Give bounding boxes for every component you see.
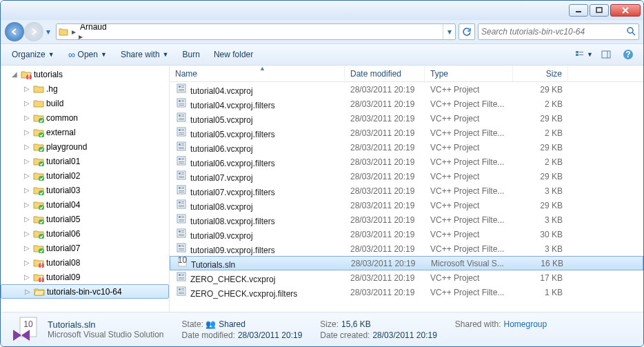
homegroup-link[interactable]: Homegroup — [504, 319, 547, 329]
tree-toggle-icon[interactable]: ▷ — [24, 259, 32, 266]
tree-toggle-icon[interactable]: ▷ — [24, 143, 32, 150]
chevron-right-icon[interactable]: ▸ — [77, 32, 84, 40]
tree-item[interactable]: ▷!tutorial09 — [1, 270, 169, 284]
forward-button[interactable] — [24, 22, 43, 41]
search-input[interactable] — [481, 27, 626, 37]
folder-icon — [32, 113, 45, 123]
search-icon[interactable] — [626, 26, 636, 38]
file-rows[interactable]: tutorial04.vcxproj28/03/2011 20:19VC++ P… — [170, 82, 643, 312]
tree-toggle-icon[interactable]: ▷ — [24, 186, 32, 194]
chevron-right-icon[interactable]: ▸ — [70, 27, 77, 37]
share-with-button[interactable]: Share with▼ — [115, 47, 174, 62]
tree-toggle-icon[interactable]: ▷ — [24, 85, 32, 92]
tree-item[interactable]: ◢!tutorials — [1, 67, 169, 81]
tree-item[interactable]: ▷tutorial05 — [1, 212, 169, 226]
tree-toggle-icon[interactable]: ▷ — [24, 230, 32, 237]
file-row[interactable]: tutorial06.vcxproj.filters28/03/2011 20:… — [170, 155, 643, 169]
file-row[interactable]: tutorial09.vcxproj28/03/2011 20:19VC++ P… — [170, 227, 643, 241]
file-row[interactable]: ZERO_CHECK.vcxproj28/03/2011 20:19VC++ P… — [170, 270, 643, 285]
maximize-button[interactable] — [590, 4, 609, 17]
svg-rect-30 — [177, 84, 185, 92]
svg-rect-52 — [179, 132, 184, 133]
back-button[interactable] — [5, 22, 24, 41]
file-row[interactable]: tutorial08.vcxproj28/03/2011 20:19VC++ P… — [170, 198, 643, 212]
breadcrumb[interactable]: ▸ Local Disk (C:)▸Users▸Arnaud▸Projects▸… — [56, 23, 456, 40]
file-date: 28/03/2011 20:19 — [345, 157, 425, 167]
tree-toggle-icon[interactable]: ◢ — [12, 70, 20, 78]
svg-rect-88 — [179, 219, 184, 220]
tree-item[interactable]: ▷tutorial01 — [1, 154, 169, 168]
history-dropdown[interactable]: ▾ — [43, 22, 53, 41]
tree-item[interactable]: ▷tutorial02 — [1, 168, 169, 183]
tree-item[interactable]: ▷external — [1, 125, 169, 139]
tree-label: tutorial03 — [45, 186, 80, 195]
file-row[interactable]: tutorial05.vcxproj28/03/2011 20:19VC++ P… — [170, 111, 643, 126]
svg-rect-50 — [181, 129, 184, 130]
tree-item[interactable]: ▷common — [1, 110, 169, 125]
tree-item[interactable]: ▷tutorial04 — [1, 197, 169, 212]
folder-icon — [32, 200, 45, 210]
file-row[interactable]: tutorial07.vcxproj28/03/2011 20:19VC++ P… — [170, 169, 643, 184]
file-row[interactable]: tutorial04.vcxproj28/03/2011 20:19VC++ P… — [170, 82, 643, 97]
open-button[interactable]: ∞Open▼ — [63, 46, 112, 63]
breadcrumb-segment[interactable]: Arnaud — [77, 23, 158, 32]
svg-rect-38 — [181, 100, 184, 101]
tree-toggle-icon[interactable]: ▷ — [25, 288, 33, 295]
column-type[interactable]: Type — [425, 66, 513, 81]
svg-text:10: 10 — [178, 257, 188, 265]
new-folder-button[interactable]: New folder — [208, 47, 259, 62]
file-row[interactable]: tutorial06.vcxproj28/03/2011 20:19VC++ P… — [170, 140, 643, 155]
tree-toggle-icon[interactable]: ▷ — [24, 114, 32, 121]
tree-toggle-icon[interactable]: ▷ — [24, 157, 32, 165]
tree-toggle-icon[interactable]: ▷ — [24, 201, 32, 208]
svg-rect-64 — [179, 161, 184, 162]
file-row[interactable]: tutorial08.vcxproj.filters28/03/2011 20:… — [170, 212, 643, 227]
view-options-button[interactable]: ▼ — [574, 47, 594, 62]
file-size: 3 KB — [513, 215, 568, 225]
svg-rect-109 — [179, 279, 184, 279]
search-box[interactable] — [478, 23, 639, 40]
file-row[interactable]: tutorial09.vcxproj.filters28/03/2011 20:… — [170, 241, 643, 256]
tree-item[interactable]: ▷tutorial03 — [1, 183, 169, 197]
tree-toggle-icon[interactable]: ▷ — [24, 215, 32, 223]
svg-rect-74 — [181, 187, 184, 188]
file-type: VC++ Project — [425, 273, 513, 283]
tree-toggle-icon[interactable]: ▷ — [24, 172, 32, 179]
organize-button[interactable]: Organize▼ — [6, 47, 60, 62]
file-row[interactable]: ZERO_CHECK.vcxproj.filters28/03/2011 20:… — [170, 285, 643, 299]
tree-item[interactable]: ▷tutorials-bin-vc10-64 — [1, 284, 169, 299]
file-row[interactable]: tutorial05.vcxproj.filters28/03/2011 20:… — [170, 126, 643, 140]
column-size[interactable]: Size — [513, 66, 568, 81]
tree-label: tutorial02 — [45, 171, 80, 181]
help-button[interactable]: ? — [618, 47, 638, 62]
tree-label: tutorials — [32, 70, 63, 79]
tree-item[interactable]: ▷tutorial07 — [1, 241, 169, 255]
refresh-button[interactable] — [459, 23, 475, 40]
file-row[interactable]: 10Tutorials.sln28/03/2011 20:19Microsoft… — [170, 256, 643, 270]
column-date[interactable]: Date modified — [345, 66, 425, 81]
tree-toggle-icon[interactable]: ▷ — [24, 99, 32, 107]
tree-item[interactable]: ▷.hg — [1, 81, 169, 96]
file-icon — [175, 83, 188, 94]
column-name[interactable]: Name — [170, 66, 345, 81]
tree-item[interactable]: ▷!tutorial08 — [1, 255, 169, 270]
tree-item[interactable]: ▷tutorial06 — [1, 226, 169, 241]
tree-toggle-icon[interactable]: ▷ — [24, 128, 32, 136]
burn-button[interactable]: Burn — [177, 47, 205, 62]
file-row[interactable]: tutorial04.vcxproj.filters28/03/2011 20:… — [170, 97, 643, 111]
minimize-button[interactable] — [569, 4, 588, 17]
tree-item[interactable]: ▷build — [1, 96, 169, 110]
close-button[interactable] — [610, 4, 641, 17]
folder-tree[interactable]: ◢!tutorials▷.hg▷build▷common▷external▷pl… — [1, 66, 170, 312]
file-icon — [175, 112, 188, 123]
file-name: tutorial08.vcxproj.filters — [190, 217, 275, 226]
details-pane: 10 Tutorials.sln Microsoft Visual Studio… — [1, 312, 643, 346]
tree-item[interactable]: ▷playground — [1, 139, 169, 154]
preview-pane-button[interactable] — [596, 47, 616, 62]
folder-icon — [32, 142, 45, 152]
folder-icon — [32, 215, 45, 224]
tree-toggle-icon[interactable]: ▷ — [24, 273, 32, 281]
address-dropdown[interactable]: ▾ — [443, 23, 455, 40]
file-row[interactable]: tutorial07.vcxproj.filters28/03/2011 20:… — [170, 184, 643, 198]
tree-toggle-icon[interactable]: ▷ — [24, 244, 32, 252]
